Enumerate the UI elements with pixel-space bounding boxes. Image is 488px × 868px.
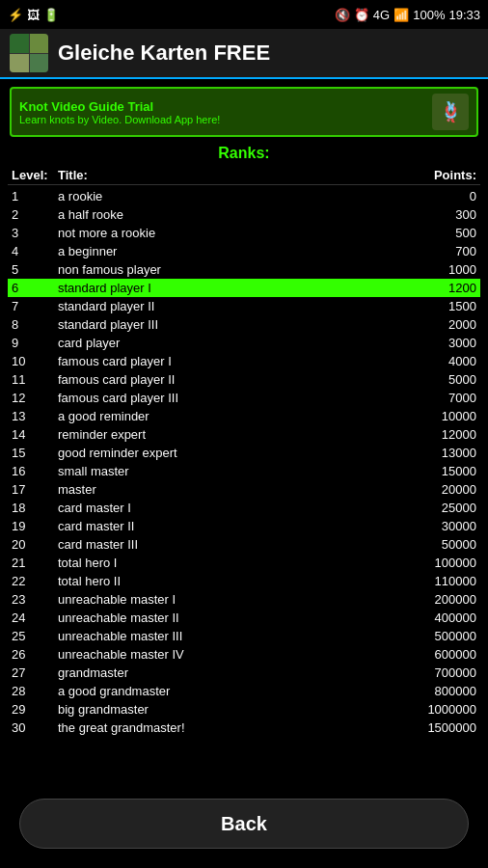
rank-points: 1200 xyxy=(399,281,476,295)
rank-level: 27 xyxy=(12,665,58,680)
rank-level: 8 xyxy=(12,317,58,332)
network-label: 4G xyxy=(373,8,390,22)
rank-points: 5000 xyxy=(399,372,476,387)
rank-title: unreachable master II xyxy=(58,610,399,625)
rank-points: 600000 xyxy=(399,647,476,662)
rank-points: 100000 xyxy=(399,556,476,570)
rank-row: 9card player3000 xyxy=(8,334,480,352)
rank-row: 4a beginner700 xyxy=(8,242,480,260)
rank-level: 11 xyxy=(12,372,58,387)
rank-title: standard player I xyxy=(58,281,399,295)
col-title-header: Title: xyxy=(58,168,399,182)
rank-row: 3not more a rookie500 xyxy=(8,224,480,242)
rank-title: a rookie xyxy=(58,189,399,203)
rank-title: card master I xyxy=(58,501,399,515)
rank-level: 30 xyxy=(12,720,58,735)
rank-row: 20card master III50000 xyxy=(8,535,480,554)
rank-points: 700000 xyxy=(399,665,476,680)
ad-image: 🪢 xyxy=(432,94,469,130)
back-button[interactable]: Back xyxy=(19,799,469,849)
ranks-table: 1a rookie02a half rooke3003not more a ro… xyxy=(8,187,480,737)
rank-points: 1500 xyxy=(399,299,476,313)
rank-points: 700 xyxy=(399,244,476,258)
rank-title: reminder expert xyxy=(58,427,399,442)
rank-points: 20000 xyxy=(399,482,476,497)
rank-title: not more a rookie xyxy=(58,226,399,240)
ad-title: Knot Video Guide Trial xyxy=(19,99,220,114)
rank-title: a good reminder xyxy=(58,409,399,423)
rank-level: 7 xyxy=(12,299,58,313)
rank-level: 18 xyxy=(12,501,58,515)
rank-level: 17 xyxy=(12,482,58,497)
rank-level: 2 xyxy=(12,207,58,222)
rank-points: 200000 xyxy=(399,592,476,607)
rank-level: 25 xyxy=(12,629,58,643)
rank-points: 30000 xyxy=(399,519,476,533)
rank-row: 22total hero II110000 xyxy=(8,572,480,590)
rank-points: 25000 xyxy=(399,501,476,515)
rank-points: 500000 xyxy=(399,629,476,643)
rank-level: 6 xyxy=(12,281,58,295)
back-button-label: Back xyxy=(221,813,267,835)
rank-row: 11famous card player II5000 xyxy=(8,370,480,389)
rank-row: 18card master I25000 xyxy=(8,499,480,517)
rank-title: non famous player xyxy=(58,262,399,277)
rank-row: 26unreachable master IV600000 xyxy=(8,645,480,664)
mute-icon: 🔇 xyxy=(335,8,350,22)
rank-level: 16 xyxy=(12,464,58,478)
table-header: Level: Title: Points: xyxy=(8,166,480,185)
rank-title: unreachable master IV xyxy=(58,647,399,662)
rank-row: 5non famous player1000 xyxy=(8,260,480,279)
rank-title: card master II xyxy=(58,519,399,533)
rank-row: 23unreachable master I200000 xyxy=(8,590,480,609)
rank-row: 28a good grandmaster800000 xyxy=(8,682,480,700)
app-icon xyxy=(10,34,48,72)
rank-row: 14reminder expert12000 xyxy=(8,425,480,444)
rank-points: 12000 xyxy=(399,427,476,442)
rank-title: famous card player II xyxy=(58,372,399,387)
status-left-icons: ⚡ 🖼 🔋 xyxy=(8,8,59,22)
rank-title: grandmaster xyxy=(58,665,399,680)
rank-level: 12 xyxy=(12,391,58,405)
rank-row: 15good reminder expert13000 xyxy=(8,444,480,462)
rank-row: 2a half rooke300 xyxy=(8,205,480,224)
rank-level: 3 xyxy=(12,226,58,240)
rank-row: 1a rookie0 xyxy=(8,187,480,205)
rank-level: 24 xyxy=(12,610,58,625)
rank-points: 300 xyxy=(399,207,476,222)
rank-title: famous card player I xyxy=(58,354,399,368)
rank-level: 21 xyxy=(12,556,58,570)
rank-title: good reminder expert xyxy=(58,446,399,460)
rank-title: master xyxy=(58,482,399,497)
rank-level: 23 xyxy=(12,592,58,607)
status-bar: ⚡ 🖼 🔋 🔇 ⏰ 4G 📶 100% 19:33 xyxy=(0,0,488,29)
rank-level: 10 xyxy=(12,354,58,368)
rank-title: the great grandmaster! xyxy=(58,720,399,735)
rank-row: 7standard player II1500 xyxy=(8,297,480,315)
rank-row: 19card master II30000 xyxy=(8,517,480,535)
rank-row: 16small master15000 xyxy=(8,462,480,480)
ad-banner[interactable]: Knot Video Guide Trial Learn knots by Vi… xyxy=(10,87,478,137)
rank-level: 13 xyxy=(12,409,58,423)
rank-title: small master xyxy=(58,464,399,478)
rank-title: unreachable master I xyxy=(58,592,399,607)
app-title: Gleiche Karten FREE xyxy=(58,41,270,66)
col-points-header: Points: xyxy=(399,168,476,182)
rank-title: total hero I xyxy=(58,556,399,570)
rank-level: 15 xyxy=(12,446,58,460)
rank-level: 29 xyxy=(12,702,58,717)
rank-points: 13000 xyxy=(399,446,476,460)
rank-level: 26 xyxy=(12,647,58,662)
rank-title: standard player II xyxy=(58,299,399,313)
rank-points: 800000 xyxy=(399,684,476,698)
rank-level: 9 xyxy=(12,336,58,350)
rank-row: 8standard player III2000 xyxy=(8,315,480,334)
rank-title: a beginner xyxy=(58,244,399,258)
rank-title: famous card player III xyxy=(58,391,399,405)
rank-points: 500 xyxy=(399,226,476,240)
rank-points: 50000 xyxy=(399,537,476,552)
rank-title: a half rooke xyxy=(58,207,399,222)
rank-points: 10000 xyxy=(399,409,476,423)
rank-points: 7000 xyxy=(399,391,476,405)
rank-points: 110000 xyxy=(399,574,476,588)
